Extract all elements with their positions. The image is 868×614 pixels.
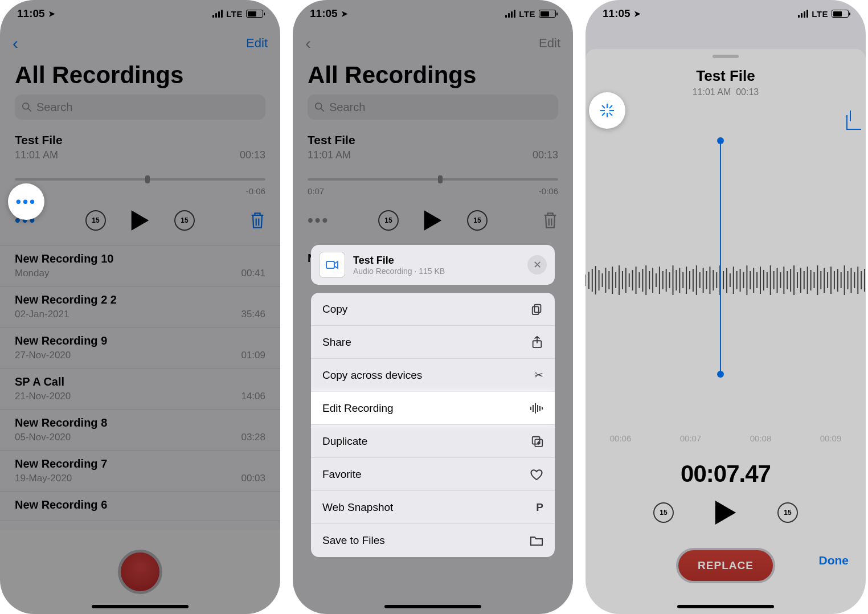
- search-input[interactable]: Search: [308, 95, 558, 120]
- skip-back-button[interactable]: 15: [85, 210, 106, 231]
- menu-copy-across[interactable]: Copy across devices ✂: [311, 359, 555, 392]
- skip-back-button[interactable]: 15: [653, 502, 674, 523]
- search-icon: [22, 102, 32, 112]
- menu-edit-recording[interactable]: Edit Recording: [311, 392, 555, 425]
- play-button[interactable]: [714, 499, 738, 526]
- selected-duration: 00:13: [240, 149, 265, 161]
- menu-save-to-files[interactable]: Save to Files: [311, 524, 555, 557]
- editor-sheet: Test File 11:01 AM 00:13 00:06 00:07 00:…: [586, 49, 866, 614]
- audio-thumb-icon: [319, 252, 345, 278]
- trash-button[interactable]: [542, 211, 558, 230]
- skip-fwd-button[interactable]: 15: [467, 210, 488, 231]
- home-indicator[interactable]: [384, 605, 481, 608]
- play-button[interactable]: [423, 209, 443, 232]
- list-item[interactable]: New Recording 6: [0, 492, 280, 521]
- signal-icon: [798, 10, 808, 18]
- waveform-icon: [530, 403, 543, 414]
- editor-toolbar: [586, 97, 866, 129]
- list-item[interactable]: New Recording 9 27-Nov-202001:09: [0, 328, 280, 369]
- current-time: 00:07.47: [586, 451, 866, 499]
- svg-point-0: [23, 103, 29, 109]
- sheet-grabber[interactable]: [713, 55, 739, 58]
- more-button[interactable]: •••: [308, 211, 329, 230]
- svg-rect-9: [534, 304, 541, 312]
- skip-fwd-button[interactable]: 15: [777, 502, 798, 523]
- battery-icon: [246, 10, 263, 18]
- selected-recording[interactable]: Test File 11:01 AM 00:13: [293, 128, 573, 161]
- list-item[interactable]: SP A Call 21-Nov-202014:06: [0, 369, 280, 410]
- snapshot-icon: P: [536, 501, 543, 514]
- crop-button[interactable]: [850, 112, 851, 122]
- list-item[interactable]: New Recording 2 2 02-Jan-202135:46: [0, 286, 280, 328]
- list-item[interactable]: New Recording 8 05-Nov-202003:28: [0, 410, 280, 451]
- location-icon: ➤: [634, 9, 641, 18]
- editor-bottom: REPLACE Done: [586, 541, 866, 614]
- record-bar: [0, 530, 280, 614]
- skip-fwd-button[interactable]: 15: [174, 210, 195, 231]
- heart-icon: [530, 468, 543, 481]
- svg-line-120: [602, 113, 605, 116]
- svg-line-1: [28, 109, 31, 112]
- annotation-spotlight: •••: [8, 183, 44, 220]
- screen-context-menu: 11:05 ➤ LTE ‹ Edit All Recordings Search…: [293, 0, 573, 614]
- playhead[interactable]: [720, 141, 721, 374]
- location-icon: ➤: [48, 9, 55, 18]
- annotation-spotlight: [589, 92, 625, 129]
- svg-rect-8: [326, 261, 334, 268]
- edit-link[interactable]: Edit: [539, 36, 560, 51]
- menu-copy[interactable]: Copy: [311, 293, 555, 326]
- menu-favorite[interactable]: Favorite: [311, 458, 555, 491]
- trash-button[interactable]: [249, 211, 265, 230]
- svg-line-5: [321, 109, 324, 112]
- selected-time: 11:01 AM: [15, 149, 58, 161]
- svg-line-118: [602, 105, 605, 108]
- editor-sub: 11:01 AM 00:13: [586, 87, 866, 97]
- svg-line-119: [609, 113, 612, 116]
- location-icon: ➤: [341, 9, 348, 18]
- back-button[interactable]: ‹: [13, 34, 18, 53]
- nav-bar: ‹ Edit: [0, 27, 280, 59]
- selected-time: 11:01 AM: [308, 149, 351, 161]
- ellipsis-icon: •••: [16, 193, 36, 211]
- menu-duplicate[interactable]: Duplicate: [311, 425, 555, 458]
- selected-recording[interactable]: Test File 11:01 AM 00:13: [0, 128, 280, 161]
- scrub-remaining: -0:06: [539, 186, 558, 196]
- menu-title: Test File: [353, 255, 445, 267]
- scrubber[interactable]: [308, 178, 558, 181]
- menu-body: Copy Share Copy across devices ✂ Edit Re…: [311, 293, 555, 557]
- network-label: LTE: [226, 9, 243, 19]
- editor-title: Test File: [586, 67, 866, 85]
- scrub-pos: 0:07: [308, 186, 324, 196]
- skip-back-button[interactable]: 15: [378, 210, 399, 231]
- back-button[interactable]: ‹: [305, 34, 311, 53]
- network-label: LTE: [519, 9, 535, 19]
- scrubber[interactable]: [15, 178, 265, 181]
- home-indicator[interactable]: [92, 605, 189, 608]
- timeline: 00:06 00:07 00:08 00:09: [586, 431, 866, 451]
- page-title: All Recordings: [293, 59, 573, 95]
- menu-close-button[interactable]: ✕: [527, 255, 547, 275]
- search-input[interactable]: Search: [15, 95, 265, 120]
- copy-icon: [531, 303, 543, 316]
- menu-header: Test File Audio Recording · 115 KB ✕: [311, 245, 555, 285]
- status-bar: 11:05 ➤ LTE: [586, 0, 866, 27]
- clock: 11:05: [310, 7, 338, 20]
- home-indicator[interactable]: [677, 605, 774, 608]
- selected-duration: 00:13: [533, 149, 558, 161]
- edit-link[interactable]: Edit: [246, 36, 268, 51]
- screen-all-recordings: 11:05 ➤ LTE ‹ Edit All Recordings Search…: [0, 0, 280, 614]
- list-item[interactable]: New Recording 10 Monday00:41: [0, 245, 280, 286]
- replace-button[interactable]: REPLACE: [676, 548, 775, 583]
- battery-icon: [539, 10, 556, 18]
- search-placeholder: Search: [36, 101, 72, 114]
- screen-editor: 11:05 ➤ LTE Test File 11:01 AM 00:13: [586, 0, 866, 614]
- record-button[interactable]: [118, 550, 162, 594]
- waveform[interactable]: [586, 129, 866, 431]
- menu-share[interactable]: Share: [311, 326, 555, 359]
- play-button[interactable]: [130, 209, 150, 232]
- done-link[interactable]: Done: [819, 554, 849, 567]
- list-item[interactable]: New Recording 7 19-May-202000:03: [0, 451, 280, 492]
- menu-web-snapshot[interactable]: Web Snapshot P: [311, 491, 555, 524]
- scissors-icon: ✂: [534, 369, 543, 382]
- context-menu: Test File Audio Recording · 115 KB ✕ Cop…: [311, 245, 555, 557]
